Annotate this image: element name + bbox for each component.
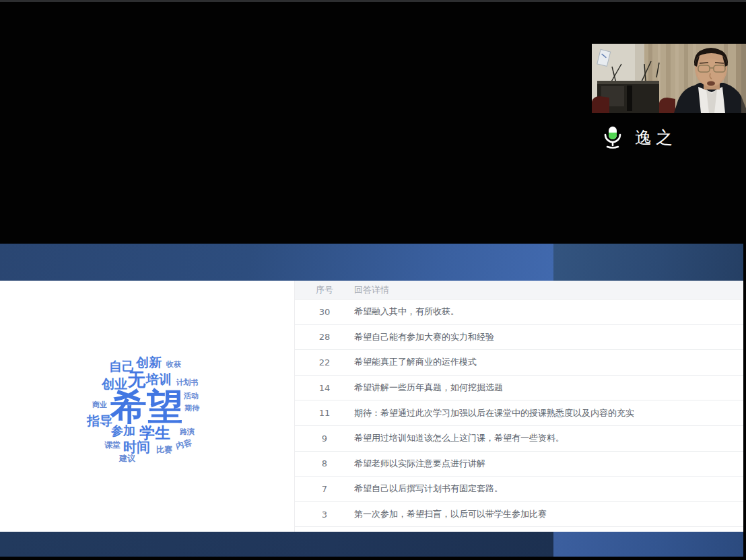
row-answer-text: 第一次参加，希望扫盲，以后可以带学生参加比赛 (354, 508, 743, 520)
webcam-video[interactable] (592, 44, 746, 113)
answers-table: 序号 回答详情 30 希望融入其中，有所收获。 28 希望自己能有参加大赛的实力… (294, 281, 743, 532)
row-answer-text: 希望自己能有参加大赛的实力和经验 (354, 331, 743, 343)
word-cloud-word: 课堂 (104, 441, 121, 449)
table-row: 22 希望能真正了解商业的运作模式 (295, 350, 743, 376)
word-cloud-word: 希望 (110, 389, 183, 425)
row-number: 14 (295, 383, 354, 393)
word-cloud-word: 计划书 (176, 379, 199, 386)
row-answer-text: 希望融入其中，有所收获。 (354, 306, 743, 318)
table-row: 8 希望老师以实际注意要点进行讲解 (295, 452, 743, 477)
table-row: 7 希望自己以后撰写计划书有固定套路。 (295, 477, 743, 502)
word-cloud-word: 培训 (146, 373, 172, 386)
column-header-id: 序号 (295, 284, 354, 296)
row-number: 22 (295, 357, 354, 368)
window-top-border (0, 0, 746, 2)
slide-content: 希望无学生时间自己创新创业培训指导参加收获计划书活动商业期待路演课堂比赛内容建议… (0, 281, 743, 532)
slide-bottom-bar-right (553, 532, 743, 557)
row-number: 28 (295, 332, 354, 342)
row-answer-text: 希望讲解一些历年真题，如何挖掘选题 (354, 382, 743, 394)
row-number: 11 (295, 408, 354, 418)
word-cloud-word: 期待 (184, 405, 199, 412)
word-cloud-word: 时间 (123, 440, 150, 454)
table-row: 30 希望融入其中，有所收获。 (295, 300, 743, 325)
row-number: 30 (295, 307, 354, 317)
row-number: 8 (295, 458, 354, 468)
word-cloud-word: 比赛 (156, 446, 172, 454)
word-cloud-word: 创业 (102, 378, 127, 390)
word-cloud-word: 活动 (184, 392, 199, 400)
slide-top-bar-right (553, 244, 743, 281)
table-row: 14 希望讲解一些历年真题，如何挖掘选题 (295, 376, 743, 401)
screen-share-slide: 希望无学生时间自己创新创业培训指导参加收获计划书活动商业期待路演课堂比赛内容建议… (0, 244, 743, 557)
slide-bottom-bar (0, 532, 553, 557)
table-row: 11 期待：希望通过此次学习加强以后在课堂中的授课熟悉度以及内容的充实 (295, 400, 743, 426)
row-answer-text: 希望用过培训知道该怎么上这门课，希望有一些资料。 (354, 432, 743, 444)
word-cloud-word: 收获 (166, 361, 181, 368)
row-answer-text: 希望自己以后撰写计划书有固定套路。 (354, 483, 743, 495)
row-answer-text: 希望老师以实际注意要点进行讲解 (354, 458, 743, 470)
webcam-scene (592, 44, 746, 113)
slide-top-bar (0, 244, 553, 281)
row-number: 3 (295, 510, 354, 520)
row-number: 7 (295, 484, 354, 494)
word-cloud-word: 内容 (175, 438, 193, 450)
meeting-screen: 逸之 希望无学生时间自己创新创业培训指导参加收获计划书活动商业期待路演课堂比赛内… (0, 0, 746, 560)
word-cloud-word: 商业 (92, 401, 107, 409)
table-row: 9 希望用过培训知道该怎么上这门课，希望有一些资料。 (295, 426, 743, 452)
table-header: 序号 回答详情 (295, 281, 743, 300)
row-answer-text: 期待：希望通过此次学习加强以后在课堂中的授课熟悉度以及内容的充实 (354, 407, 743, 419)
microphone-icon[interactable] (601, 124, 624, 151)
table-row: 3 第一次参加，希望扫盲，以后可以带学生参加比赛 (295, 502, 743, 528)
word-cloud-word: 路演 (180, 428, 195, 435)
column-header-text: 回答详情 (354, 284, 743, 296)
row-number: 9 (295, 433, 354, 444)
participant-name: 逸之 (635, 127, 677, 149)
row-answer-text: 希望能真正了解商业的运作模式 (354, 356, 743, 368)
word-cloud-word: 建议 (119, 454, 135, 462)
table-row: 28 希望自己能有参加大赛的实力和经验 (295, 325, 743, 351)
word-cloud-word: 参加 (111, 425, 135, 437)
word-cloud-word: 创新 (136, 356, 162, 369)
word-cloud-word: 自己 (109, 360, 135, 373)
word-cloud-word: 指导 (87, 415, 112, 427)
active-speaker-row: 逸之 (601, 123, 746, 151)
word-cloud: 希望无学生时间自己创新创业培训指导参加收获计划书活动商业期待路演课堂比赛内容建议 (0, 281, 294, 532)
